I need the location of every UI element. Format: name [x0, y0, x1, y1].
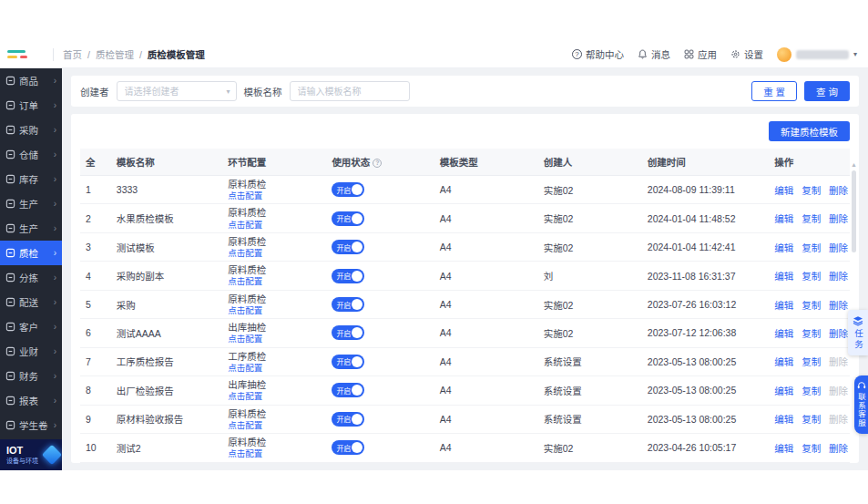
template-type-cell: A4 — [434, 204, 538, 232]
apps-link[interactable]: 应用 — [684, 47, 717, 61]
configure-link-2[interactable]: 点击配置 — [228, 248, 262, 258]
template-name-field[interactable] — [290, 81, 410, 101]
sidebar-item-icon — [5, 149, 15, 159]
creator-select-input[interactable] — [125, 87, 229, 97]
status-toggle-7[interactable]: 开启 — [332, 383, 364, 397]
creator-select[interactable]: ▾ — [117, 81, 237, 101]
sidebar-item-4[interactable]: 库存 › — [0, 167, 62, 191]
template-name-cell: 工序质检报告 — [111, 347, 223, 375]
sidebar-item-9[interactable]: 配送 › — [0, 290, 62, 314]
status-cell: 开启 — [326, 204, 434, 232]
configure-link-9[interactable]: 点击配置 — [228, 448, 262, 458]
configure-link-5[interactable]: 点击配置 — [228, 334, 262, 344]
help-center-link[interactable]: 帮助中心 — [572, 47, 624, 61]
copy-link-6[interactable]: 复制 — [802, 356, 821, 367]
tasks-floating-button[interactable]: 任务 — [848, 310, 868, 355]
status-toggle-0[interactable]: 开启 — [332, 182, 364, 197]
copy-link-9[interactable]: 复制 — [802, 443, 821, 454]
scrollbar-up-arrow[interactable]: ▲ — [851, 161, 857, 168]
breadcrumb-home[interactable]: 首页 — [63, 47, 82, 61]
sidebar-item-1[interactable]: 订单 › — [0, 93, 62, 118]
edit-link-7[interactable]: 编辑 — [774, 386, 793, 396]
delete-link-7[interactable]: 删除 — [829, 386, 848, 396]
column-template-type: 模板类型 — [434, 149, 538, 176]
messages-link[interactable]: 消息 — [638, 47, 670, 61]
copy-link-5[interactable]: 复制 — [802, 328, 821, 339]
cube-icon — [42, 445, 62, 466]
sidebar-item-8[interactable]: 分拣 › — [0, 265, 62, 290]
status-toggle-6[interactable]: 开启 — [332, 355, 364, 369]
reset-button[interactable]: 重 置 — [751, 81, 797, 101]
delete-link-0[interactable]: 删除 — [829, 185, 848, 196]
edit-link-5[interactable]: 编辑 — [774, 328, 793, 339]
sidebar-item-11[interactable]: 业财 › — [0, 339, 62, 364]
copy-link-2[interactable]: 复制 — [802, 242, 821, 253]
edit-link-8[interactable]: 编辑 — [774, 414, 793, 425]
configure-link-6[interactable]: 点击配置 — [228, 363, 262, 373]
delete-link-2[interactable]: 删除 — [829, 242, 848, 253]
copy-link-4[interactable]: 复制 — [802, 300, 821, 311]
settings-link[interactable]: 设置 — [730, 47, 763, 61]
sidebar-item-5[interactable]: 生产 › — [0, 191, 62, 216]
edit-link-4[interactable]: 编辑 — [774, 300, 793, 311]
brand-footer: IOT 设备与环境 — [0, 439, 62, 470]
filter-bar: 创建者 ▾ 模板名称 重 置 查 询 — [71, 76, 859, 107]
status-toggle-9[interactable]: 开启 — [332, 440, 364, 455]
status-cell: 开启 — [326, 434, 434, 462]
status-toggle-3[interactable]: 开启 — [332, 269, 364, 283]
table-scrollbar[interactable] — [852, 170, 856, 252]
delete-link-9[interactable]: 删除 — [829, 443, 848, 454]
info-icon[interactable] — [373, 159, 382, 168]
copy-link-1[interactable]: 复制 — [802, 213, 821, 224]
configure-link-4[interactable]: 点击配置 — [228, 305, 262, 315]
copy-link-0[interactable]: 复制 — [802, 185, 821, 196]
delete-link-6[interactable]: 删除 — [829, 356, 848, 367]
edit-link-1[interactable]: 编辑 — [774, 213, 793, 224]
sidebar-item-6[interactable]: 生产 › — [0, 216, 62, 241]
delete-link-8[interactable]: 删除 — [829, 414, 848, 425]
configure-link-7[interactable]: 点击配置 — [228, 391, 262, 401]
new-template-button[interactable]: 新建质检模板 — [769, 121, 850, 141]
table-header-row: 全 模板名称 环节配置 使用状态 模板类型 创建人 创建时间 操作 — [80, 149, 850, 176]
status-toggle-1[interactable]: 开启 — [332, 211, 364, 226]
copy-link-7[interactable]: 复制 — [802, 386, 821, 396]
delete-link-1[interactable]: 删除 — [829, 213, 848, 224]
app-logo[interactable] — [7, 50, 44, 58]
status-toggle-2[interactable]: 开启 — [332, 240, 364, 254]
sidebar-item-icon — [5, 174, 15, 184]
configure-link-8[interactable]: 点击配置 — [228, 420, 262, 430]
status-toggle-8[interactable]: 开启 — [332, 412, 364, 427]
edit-link-6[interactable]: 编辑 — [774, 356, 793, 367]
sidebar-item-10[interactable]: 客户 › — [0, 314, 62, 339]
configure-link-1[interactable]: 点击配置 — [228, 220, 262, 230]
edit-link-2[interactable]: 编辑 — [774, 242, 793, 253]
edit-link-3[interactable]: 编辑 — [774, 271, 793, 282]
sidebar-item-2[interactable]: 采购 › — [0, 118, 62, 142]
column-select[interactable]: 全 — [80, 149, 111, 176]
configure-link-3[interactable]: 点击配置 — [228, 276, 262, 286]
copy-link-3[interactable]: 复制 — [802, 271, 821, 282]
template-name-cell: 出厂检验报告 — [111, 376, 223, 405]
customer-support-button[interactable]: 联系客服 — [854, 375, 868, 434]
status-toggle-5[interactable]: 开启 — [332, 325, 364, 340]
delete-link-4[interactable]: 删除 — [829, 300, 848, 311]
row-index: 7 — [80, 347, 111, 375]
search-button[interactable]: 查 询 — [804, 81, 850, 101]
sidebar-item-3[interactable]: 仓储 › — [0, 142, 62, 167]
delete-link-5[interactable]: 删除 — [829, 328, 848, 339]
sidebar-item-7[interactable]: 质检 › — [0, 241, 62, 265]
user-menu[interactable]: ▾ — [777, 47, 857, 62]
sidebar-item-13[interactable]: 报表 › — [0, 388, 62, 413]
template-type-cell: A4 — [434, 290, 538, 318]
delete-link-3[interactable]: 删除 — [829, 271, 848, 282]
sidebar-item-14[interactable]: 学生卷 › — [0, 413, 62, 437]
sidebar-item-0[interactable]: 商品 › — [0, 68, 62, 93]
template-name-input[interactable] — [298, 87, 402, 97]
status-toggle-4[interactable]: 开启 — [332, 297, 364, 312]
copy-link-8[interactable]: 复制 — [802, 414, 821, 425]
configure-link-0[interactable]: 点击配置 — [228, 190, 262, 201]
edit-link-0[interactable]: 编辑 — [774, 185, 793, 196]
sidebar-item-12[interactable]: 财务 › — [0, 364, 62, 388]
breadcrumb-qc-management[interactable]: 质检管理 — [96, 47, 134, 61]
edit-link-9[interactable]: 编辑 — [774, 443, 793, 454]
